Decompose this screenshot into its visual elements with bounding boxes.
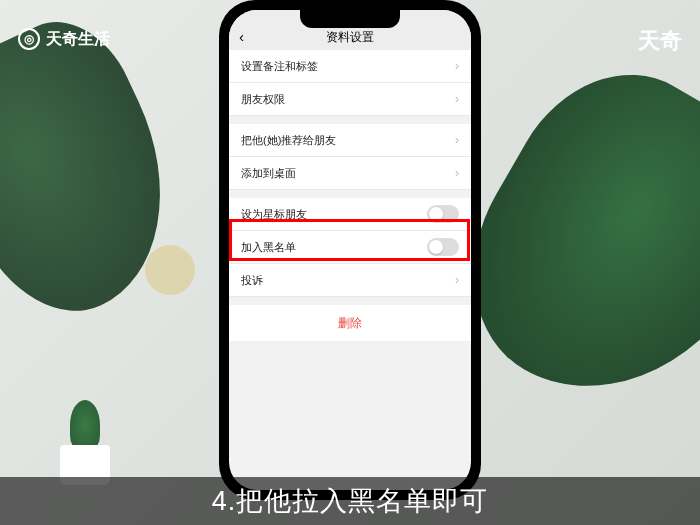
row-label: 朋友权限	[241, 92, 285, 107]
phone-screen: ‹ 资料设置 设置备注和标签 › 朋友权限 › 把他(她)推荐给朋友 › 添加到…	[229, 10, 471, 490]
delete-button[interactable]: 删除	[229, 305, 471, 341]
chevron-right-icon: ›	[455, 92, 459, 106]
tutorial-caption: 4.把他拉入黑名单即可	[0, 477, 700, 525]
row-star-friend[interactable]: 设为星标朋友	[229, 198, 471, 231]
section-spacer	[229, 297, 471, 305]
brand-logo-left: ◎ 天奇生活	[18, 28, 110, 50]
row-label: 添加到桌面	[241, 166, 296, 181]
brand-icon: ◎	[18, 28, 40, 50]
circle-decoration	[145, 245, 195, 295]
chevron-right-icon: ›	[455, 59, 459, 73]
phone-notch	[300, 10, 400, 28]
section-spacer	[229, 190, 471, 198]
row-permission[interactable]: 朋友权限 ›	[229, 83, 471, 116]
back-button[interactable]: ‹	[239, 28, 244, 45]
row-label: 加入黑名单	[241, 240, 296, 255]
row-label: 设为星标朋友	[241, 207, 307, 222]
row-recommend[interactable]: 把他(她)推荐给朋友 ›	[229, 124, 471, 157]
toggle-switch[interactable]	[427, 238, 459, 256]
brand-logo-right: 天奇	[638, 26, 682, 56]
row-desktop[interactable]: 添加到桌面 ›	[229, 157, 471, 190]
chevron-right-icon: ›	[455, 133, 459, 147]
plant-decoration	[55, 405, 115, 485]
toggle-switch[interactable]	[427, 205, 459, 223]
row-remark[interactable]: 设置备注和标签 ›	[229, 50, 471, 83]
row-report[interactable]: 投诉 ›	[229, 264, 471, 297]
section-spacer	[229, 116, 471, 124]
row-blacklist[interactable]: 加入黑名单	[229, 231, 471, 264]
chevron-right-icon: ›	[455, 273, 459, 287]
page-title: 资料设置	[326, 29, 374, 46]
phone-frame: ‹ 资料设置 设置备注和标签 › 朋友权限 › 把他(她)推荐给朋友 › 添加到…	[219, 0, 481, 500]
row-label: 设置备注和标签	[241, 59, 318, 74]
row-label: 投诉	[241, 273, 263, 288]
chevron-right-icon: ›	[455, 166, 459, 180]
row-label: 把他(她)推荐给朋友	[241, 133, 336, 148]
settings-list: 设置备注和标签 › 朋友权限 › 把他(她)推荐给朋友 › 添加到桌面 › 设为…	[229, 50, 471, 341]
